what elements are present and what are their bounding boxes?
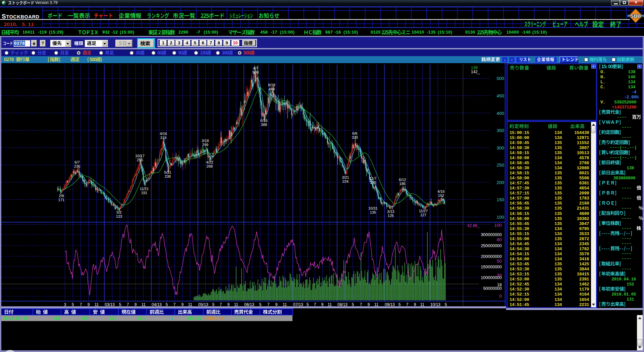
- svg-text:4/16: 4/16: [437, 189, 444, 193]
- svg-text:250: 250: [496, 163, 504, 168]
- svg-text:150000000: 150000000: [481, 265, 502, 269]
- svg-text:11/21: 11/21: [140, 187, 149, 191]
- svg-text:250000000: 250000000: [481, 244, 502, 248]
- svg-text:5/21: 5/21: [164, 170, 171, 174]
- svg-text:0: 0: [499, 294, 502, 299]
- svg-text:3/13: 3/13: [387, 210, 394, 214]
- svg-text:142_: 142_: [471, 70, 480, 74]
- svg-text:190: 190: [370, 180, 376, 184]
- svg-text:30: 30: [497, 273, 502, 278]
- svg-text:80: 80: [497, 237, 502, 242]
- svg-text:4/22: 4/22: [206, 160, 213, 164]
- svg-text:191: 191: [141, 191, 147, 195]
- svg-text:10/31: 10/31: [368, 206, 378, 210]
- svg-text:123: 123: [116, 214, 122, 218]
- svg-text:4/7: 4/7: [253, 66, 258, 70]
- svg-text:42.86_: 42.86_: [467, 223, 480, 228]
- svg-text:11/7: 11/7: [370, 176, 377, 180]
- svg-text:236: 236: [74, 164, 80, 168]
- svg-text:268: 268: [207, 164, 213, 168]
- svg-text:135: 135: [370, 210, 376, 214]
- svg-text:8/18: 8/18: [268, 83, 275, 87]
- svg-text:18: 18: [497, 282, 502, 287]
- svg-text:10/17: 10/17: [135, 154, 145, 158]
- svg-text:299: 299: [202, 143, 208, 147]
- svg-text:4/16: 4/16: [160, 132, 167, 136]
- svg-text:400: 400: [496, 111, 504, 116]
- svg-text:3/21: 3/21: [342, 175, 349, 179]
- svg-text:6/12: 6/12: [399, 178, 406, 182]
- svg-text:100: 100: [496, 215, 504, 220]
- svg-text:150: 150: [496, 197, 504, 202]
- svg-text:319: 319: [160, 136, 166, 140]
- svg-text:200000000: 200000000: [481, 254, 502, 259]
- svg-text:300000000: 300000000: [481, 232, 502, 237]
- svg-text:6/7: 6/7: [74, 160, 79, 164]
- svg-text:388: 388: [261, 123, 267, 127]
- svg-text:450: 450: [496, 93, 504, 98]
- svg-text:350: 350: [496, 128, 504, 133]
- svg-text:255: 255: [137, 158, 143, 162]
- svg-text:171: 171: [58, 198, 64, 202]
- svg-text:127: 127: [420, 213, 426, 217]
- svg-text:320: 320: [352, 135, 358, 139]
- svg-text:3/18: 3/18: [202, 139, 209, 143]
- svg-text:50: 50: [497, 259, 502, 264]
- svg-text:100: 100: [494, 223, 502, 228]
- svg-text:6/6: 6/6: [352, 131, 357, 135]
- svg-text:2/8: 2/8: [59, 194, 64, 198]
- svg-text:300: 300: [496, 145, 504, 150]
- svg-text:5/2: 5/2: [116, 210, 121, 214]
- svg-text:152: 152: [438, 193, 444, 197]
- svg-text:224: 224: [342, 179, 348, 183]
- svg-text:11/27: 11/27: [419, 209, 428, 213]
- svg-text:500: 500: [496, 76, 504, 81]
- svg-text:460: 460: [269, 87, 275, 91]
- svg-text:508: 508: [253, 70, 259, 74]
- svg-text:125: 125: [388, 214, 394, 218]
- svg-text:186: 186: [399, 182, 406, 186]
- svg-text:200: 200: [496, 180, 504, 185]
- svg-text:6/16: 6/16: [260, 119, 267, 123]
- svg-text:238: 238: [165, 174, 171, 178]
